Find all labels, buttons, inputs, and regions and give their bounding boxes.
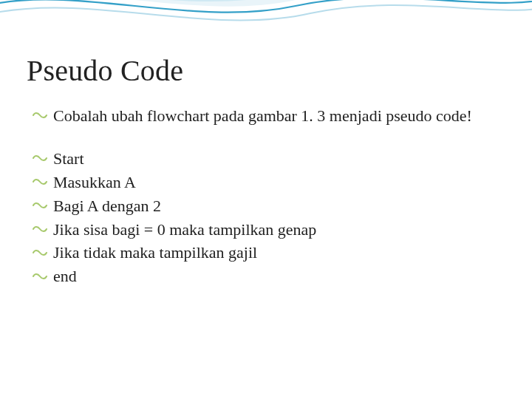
step-text: Masukkan A: [53, 173, 136, 191]
step-text: Start: [53, 149, 84, 168]
swirl-bullet-icon: [33, 248, 47, 257]
intro-text: Cobalah ubah flowchart pada gambar 1. 3 …: [53, 106, 472, 125]
step-item: Jika tidak maka tampilkan gajil: [33, 241, 505, 265]
step-item: Jika sisa bagi = 0 maka tampilkan genap: [33, 218, 505, 242]
intro-bullet: Cobalah ubah flowchart pada gambar 1. 3 …: [33, 104, 505, 128]
slide-title: Pseudo Code: [27, 53, 505, 88]
swirl-bullet-icon: [33, 272, 47, 281]
swirl-bullet-icon: [33, 201, 47, 210]
step-item: end: [33, 265, 505, 288]
step-text: Jika tidak maka tampilkan gajil: [53, 243, 257, 262]
slide-content: Pseudo Code Cobalah ubah flowchart pada …: [0, 0, 532, 288]
swirl-bullet-icon: [33, 225, 47, 233]
swirl-bullet-icon: [33, 177, 47, 186]
steps-list: Start Masukkan A Bagi A dengan 2 Jika si…: [27, 147, 505, 288]
step-item: Start: [33, 147, 505, 171]
step-item: Bagi A dengan 2: [33, 194, 505, 218]
bullet-list: Cobalah ubah flowchart pada gambar 1. 3 …: [27, 104, 505, 128]
step-text: end: [53, 267, 77, 285]
step-text: Jika sisa bagi = 0 maka tampilkan genap: [53, 220, 316, 239]
swirl-bullet-icon: [33, 154, 47, 163]
swirl-bullet-icon: [33, 111, 47, 120]
step-item: Masukkan A: [33, 171, 505, 194]
step-text: Bagi A dengan 2: [53, 197, 161, 215]
spacer: [27, 128, 505, 147]
